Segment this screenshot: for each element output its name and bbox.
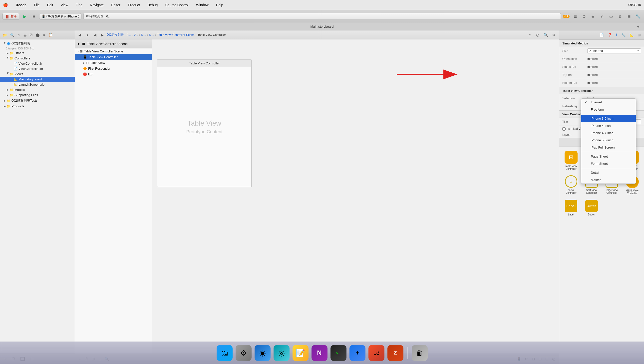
sidebar-item-supporting[interactable]: ▶ 📁 Supporting Files — [0, 92, 75, 98]
inspector-connections-icon[interactable]: ⊞ — [636, 32, 642, 38]
menu-find[interactable]: Find — [74, 2, 84, 8]
breadcrumb-project[interactable]: 002好友列表 — [107, 33, 124, 37]
add-tab-button[interactable]: + — [635, 24, 641, 30]
dock-icon-git[interactable]: ⎇ — [368, 345, 384, 361]
editor-forward-btn[interactable]: ▶ — [100, 32, 105, 38]
sidebar-item-viewctrl-h[interactable]: 📄 ViewController.h — [0, 61, 75, 66]
inspector-info-icon[interactable]: ℹ — [615, 32, 618, 38]
dock-icon-safari[interactable]: ◎ — [274, 345, 290, 361]
sidebar-item-launchscreen[interactable]: 📐 LaunchScreen.xib — [0, 82, 75, 87]
editor-issue-icon[interactable]: ◎ — [535, 32, 540, 38]
obj-item-viewctrl[interactable]: ○ ViewController — [562, 174, 580, 196]
menu-navigate[interactable]: Navigate — [89, 2, 105, 8]
breadcrumb-tvc-scene[interactable]: Table View Controller Scene — [157, 33, 195, 37]
dropdown-item-iphone4[interactable]: iPhone 4-inch — [581, 122, 636, 129]
scene-item-exit[interactable]: 🔴 Exit — [75, 72, 152, 77]
inspector-help-icon[interactable]: ❓ — [606, 32, 613, 38]
editor-disclose-btn2[interactable]: ▲ — [84, 32, 91, 38]
sidebar-item-models[interactable]: ▶ 📁 Models — [0, 87, 75, 92]
dropdown-item-iphone35[interactable]: iPhone 3.5-inch — [581, 115, 636, 122]
storyboard-canvas[interactable]: Table View Controller Table View Prototy… — [152, 40, 559, 354]
layout-single[interactable]: ▭ — [607, 13, 614, 20]
dropdown-item-iphone47[interactable]: iPhone 4.7-inch — [581, 129, 636, 136]
navigator-debug-icon[interactable]: ⬤ — [35, 32, 41, 38]
inspector-attributes-icon[interactable]: 🔧 — [620, 32, 627, 38]
stop-square-button[interactable]: ■ — [30, 13, 37, 20]
sidebar-item-views[interactable]: ▶ 📁 Views — [0, 72, 75, 77]
active-tab[interactable]: Main.storyboard — [310, 25, 333, 28]
sidebar-item-main-storyboard[interactable]: 📐 Main.storyboard — [0, 77, 75, 82]
scheme-switcher[interactable]: ⇄ — [598, 13, 605, 20]
inspectors-toggle[interactable]: 🔧 — [634, 13, 641, 20]
orientation-value[interactable]: Inferred — [587, 57, 641, 61]
activity-icon[interactable]: ⊙ — [580, 13, 587, 20]
navigator-issues-icon[interactable]: ◎ — [23, 32, 27, 38]
dock-icon-notes[interactable]: 📝 — [293, 345, 309, 361]
menu-window[interactable]: Window — [195, 2, 210, 8]
menu-product[interactable]: Product — [126, 2, 141, 8]
menu-debug[interactable]: Debug — [146, 2, 159, 8]
dock-icon-xcode[interactable]: ✦ — [349, 345, 365, 361]
apple-menu[interactable]: 🍎 — [3, 2, 8, 7]
editor-back-btn[interactable]: ◀ — [92, 32, 98, 38]
dock-icon-trash[interactable]: 🗑 — [412, 345, 428, 361]
layout-editors[interactable]: ⊟ — [625, 13, 632, 20]
menu-xcode[interactable]: Xcode — [15, 2, 28, 8]
dropdown-item-pagesheet[interactable]: Page Sheet — [581, 153, 636, 160]
navigator-toggle[interactable]: ☰ — [571, 13, 578, 20]
inspector-file-icon[interactable]: 📄 — [598, 32, 605, 38]
dropdown-item-formsheet[interactable]: Form Sheet — [581, 160, 636, 167]
is-initial-checkbox[interactable] — [562, 127, 565, 130]
sidebar-item-controllers[interactable]: ▶ 📁 Controllers — [0, 56, 75, 61]
scheme-selector[interactable]: 📱 002好友列表 ▶ iPhone 6 — [39, 13, 82, 20]
dropdown-item-inferred[interactable]: ✓ Inferred — [581, 98, 636, 106]
dropdown-item-iphone55[interactable]: iPhone 5.5-inch — [581, 136, 636, 144]
editor-options-icon[interactable]: ⚙ — [551, 32, 557, 38]
size-dropdown-trigger[interactable]: ✓ Inferred ▼ — [587, 48, 641, 54]
editor-warning-icon[interactable]: ⚠ — [527, 32, 533, 38]
obj-item-label[interactable]: Label Label — [562, 198, 580, 218]
breakpoints-icon[interactable]: ◈ — [589, 13, 596, 20]
dropdown-item-detail[interactable]: Detail — [581, 169, 636, 176]
breadcrumb-tvc[interactable]: Table View Controller — [198, 33, 226, 37]
editor-zoom-icon[interactable]: 🔍 — [542, 32, 549, 38]
breadcrumb-m2[interactable]: M... — [149, 33, 154, 37]
dropdown-item-ipad[interactable]: iPad Full Screen — [581, 144, 636, 151]
menu-source-control[interactable]: Source Control — [164, 2, 190, 8]
menu-editor[interactable]: Editor — [110, 2, 122, 8]
dropdown-item-master[interactable]: Master — [581, 176, 636, 184]
obj-item-button[interactable]: Button Button — [582, 198, 601, 218]
dropdown-item-freeform[interactable]: Freeform — [581, 106, 636, 113]
warnings-badge[interactable]: ⚠ 2 — [563, 15, 569, 18]
topbar-value[interactable]: Inferred — [587, 73, 641, 77]
navigator-reports-icon[interactable]: 📋 — [48, 32, 54, 38]
sidebar-item-tests[interactable]: ▶ 📁 002好友列表Tests — [0, 98, 75, 104]
menu-edit[interactable]: Edit — [46, 2, 55, 8]
dock-icon-launchpad[interactable]: ◉ — [255, 345, 271, 361]
menu-view[interactable]: View — [59, 2, 70, 8]
inspector-size-icon[interactable]: 📐 — [628, 32, 635, 38]
bottombar-value[interactable]: Inferred — [587, 81, 641, 85]
navigator-tests-icon[interactable]: ☑ — [29, 32, 34, 38]
sidebar-item-others[interactable]: ▶ 📁 Others — [0, 50, 75, 56]
stop-button[interactable]: ▐▌ 暂停 — [3, 13, 19, 20]
navigator-warning-icon[interactable]: ⚠ — [17, 32, 21, 38]
sidebar-item-products[interactable]: ▶ 📁 Products — [0, 104, 75, 109]
breadcrumb-v[interactable]: V... — [134, 33, 138, 37]
navigator-folder-icon[interactable]: 📁 — [2, 32, 8, 38]
dock-icon-filezilla[interactable]: Z — [387, 345, 403, 361]
navigator-search-icon[interactable]: 🔍 — [9, 32, 15, 38]
statusbar-row-value[interactable]: Inferred — [587, 65, 641, 69]
editor-disclose-btn[interactable]: ◀ — [77, 32, 83, 38]
navigator-breakpoints-icon[interactable]: ◈ — [42, 32, 46, 38]
obj-item-tablevc[interactable]: ⊞ Table ViewController — [562, 149, 580, 172]
scene-item-firstresponder[interactable]: 🔶 First Responder — [75, 66, 152, 72]
breadcrumb-m1[interactable]: M... — [141, 33, 146, 37]
scene-item-tvc[interactable]: ▼ 📱 Table View Controller — [75, 54, 152, 60]
sidebar-item-viewctrl-m[interactable]: 📄 ViewController.m — [0, 66, 75, 72]
breadcrumb-0[interactable]: 0... — [127, 33, 131, 37]
run-button[interactable]: ▶ — [21, 13, 28, 20]
layout-split[interactable]: ⧉ — [616, 13, 623, 20]
scene-item-tableview[interactable]: ▶ ⊟ Table View — [75, 60, 152, 66]
sidebar-item-project[interactable]: ▶ 🔷 002好友列表 — [0, 40, 75, 46]
